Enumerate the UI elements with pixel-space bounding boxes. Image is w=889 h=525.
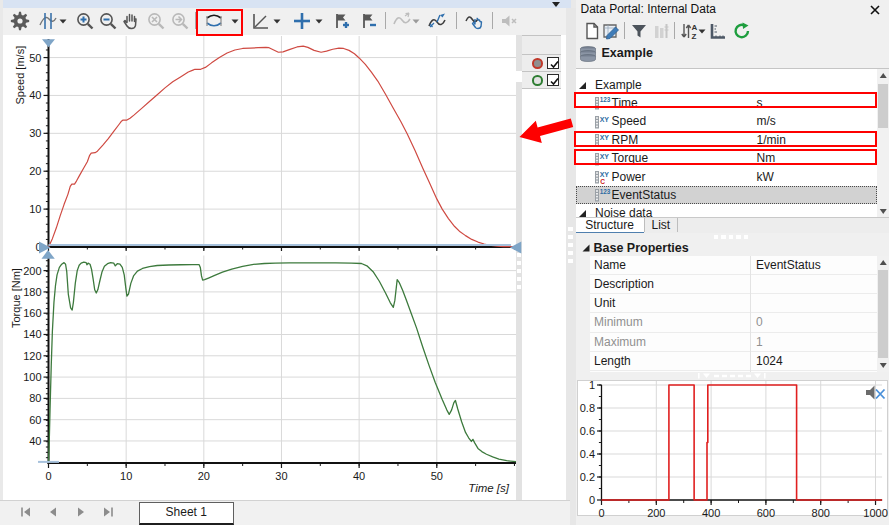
svg-text:80: 80 [29,392,41,404]
svg-text:0.8: 0.8 [580,402,595,414]
band-cursor-top-handle [42,39,55,47]
svg-text:0.2: 0.2 [580,471,595,483]
svg-text:30: 30 [29,127,41,139]
annotation-box-rpm [574,131,877,147]
svg-text:10: 10 [120,470,132,482]
svg-text:Time [s]: Time [s] [468,482,510,494]
charts-layer: 0102030405040608010012014016018020001020… [0,0,889,525]
svg-text:120: 120 [23,350,41,362]
svg-text:200: 200 [23,265,41,277]
svg-text:20: 20 [198,470,210,482]
svg-text:600: 600 [757,507,775,519]
svg-text:1: 1 [589,379,595,391]
svg-text:10: 10 [29,203,41,215]
svg-text:180: 180 [23,286,41,298]
svg-text:0: 0 [589,494,595,506]
band-cursor-origin-handle [42,250,55,259]
svg-text:160: 160 [23,307,41,319]
svg-text:20: 20 [29,165,41,177]
svg-text:40: 40 [353,470,365,482]
svg-text:0: 0 [45,470,51,482]
svg-text:40: 40 [29,89,41,101]
annotation-box-toolbar [196,9,244,36]
svg-text:140: 140 [23,328,41,340]
svg-text:50: 50 [29,52,41,64]
svg-text:800: 800 [812,507,830,519]
app-window: { "main_toolbar": { "icons": [ {"name": … [0,0,889,525]
svg-text:50: 50 [431,470,443,482]
svg-text:0.4: 0.4 [580,448,595,460]
svg-text:0.6: 0.6 [580,425,595,437]
svg-text:100: 100 [23,371,41,383]
band-cursor-right-handle [510,242,521,254]
chart-torque: 40608010012014016018020001020304050 [23,256,516,482]
svg-text:200: 200 [647,507,665,519]
svg-text:1000: 1000 [863,507,887,519]
chart-speed: 01020304050 [29,36,516,253]
svg-text:400: 400 [702,507,720,519]
annotation-box-time [574,92,877,108]
annotation-box-torque [574,149,877,165]
svg-text:Torque [Nm]: Torque [Nm] [10,268,22,328]
svg-text:30: 30 [275,470,287,482]
svg-text:Speed [m/s]: Speed [m/s] [14,46,26,105]
svg-text:60: 60 [29,414,41,426]
svg-text:0: 0 [598,507,604,519]
chart-eventstatus: 00.20.40.60.8102004006008001000 [580,379,888,519]
svg-text:40: 40 [29,435,41,447]
